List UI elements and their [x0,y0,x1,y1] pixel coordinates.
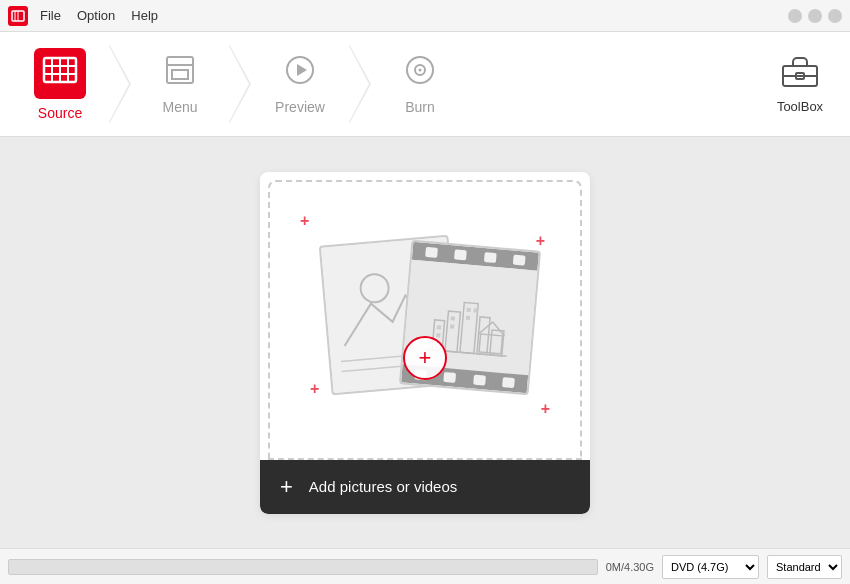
step-menu[interactable]: Menu [130,44,230,124]
source-label: Source [38,105,82,121]
add-media-circle[interactable]: + [403,336,447,380]
progress-text: 0M/4.30G [606,561,654,573]
film-hole [444,371,457,382]
window-controls: — □ ✕ [788,9,842,23]
film-hole [454,249,467,260]
menu-help[interactable]: Help [131,8,158,23]
drop-zone-inner[interactable]: + + + + [268,180,582,460]
menu-step-label: Menu [162,99,197,115]
drop-zone[interactable]: + + + + [260,172,590,514]
maximize-button[interactable]: □ [808,9,822,23]
svg-marker-13 [297,64,307,76]
deco-plus-br: + [541,400,550,418]
svg-rect-29 [437,324,441,328]
menu-step-button[interactable]: Menu [130,44,230,124]
toolbar: Source Menu [0,32,850,137]
standard-select[interactable]: Standard 16:9 4:3 [767,555,842,579]
menu-step-icon [164,54,196,93]
film-hole [484,252,497,263]
add-pictures-videos-button[interactable]: + Add pictures or videos [260,460,590,514]
title-bar-left: File Option Help [8,6,158,26]
step-preview[interactable]: Preview [250,44,350,124]
add-button-label: Add pictures or videos [309,478,457,495]
deco-plus-tr: + [536,232,545,250]
main-content: + + + + [0,137,850,548]
source-button[interactable]: Source [10,44,110,124]
arrow-3 [349,44,371,124]
burn-icon [404,54,436,93]
preview-label: Preview [275,99,325,115]
film-hole [425,246,438,257]
deco-plus-tl: + [300,212,309,230]
svg-rect-31 [451,315,455,319]
svg-rect-11 [172,70,188,79]
dvd-type-select[interactable]: DVD (4.7G) DVD (8.5G) Blu-ray (25G) [662,555,759,579]
burn-button[interactable]: Burn [370,44,470,124]
preview-button[interactable]: Preview [250,44,350,124]
source-icon-box [34,48,86,99]
status-bar: 0M/4.30G DVD (4.7G) DVD (8.5G) Blu-ray (… [0,548,850,584]
film-hole [502,377,515,388]
minimize-button[interactable]: — [788,9,802,23]
svg-rect-32 [450,323,454,327]
menu-items: File Option Help [40,8,158,23]
menu-file[interactable]: File [40,8,61,23]
svg-rect-34 [466,315,470,319]
arrow-2 [229,44,251,124]
toolbox-label: ToolBox [777,99,823,114]
step-burn[interactable]: Burn [370,44,470,124]
media-illustration: + [315,230,535,410]
preview-icon [284,54,316,93]
svg-point-16 [419,68,422,71]
add-plus-icon: + [280,476,293,498]
toolbox-button[interactable]: ToolBox [760,54,840,114]
source-icon [42,54,78,90]
toolbox-icon [781,54,819,95]
toolbar-steps: Source Menu [10,44,760,124]
svg-rect-30 [436,332,440,336]
arrow-1 [109,44,131,124]
app-icon [8,6,28,26]
close-button[interactable]: ✕ [828,9,842,23]
menu-option[interactable]: Option [77,8,115,23]
step-source[interactable]: Source [10,44,110,124]
svg-rect-33 [467,307,471,311]
film-hole [513,254,526,265]
burn-label: Burn [405,99,435,115]
title-bar: File Option Help — □ ✕ [0,0,850,32]
progress-bar-container [8,559,598,575]
film-hole [473,374,486,385]
